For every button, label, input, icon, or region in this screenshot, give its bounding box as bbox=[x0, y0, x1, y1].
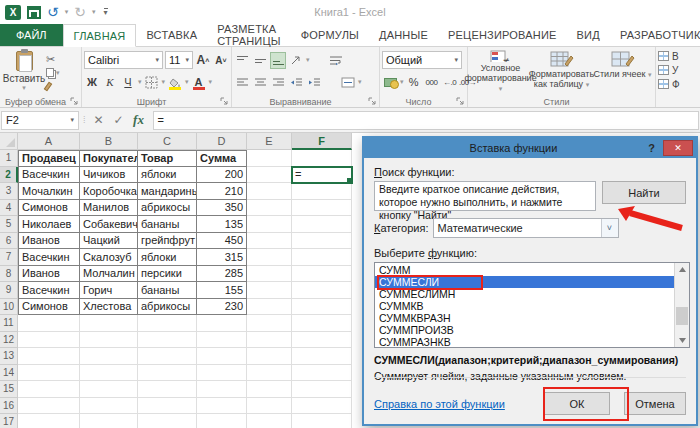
function-item-СУММПРОИЗВ[interactable]: СУММПРОИЗВ bbox=[375, 324, 689, 336]
cell-C13[interactable] bbox=[138, 348, 197, 365]
comma-style-button[interactable]: 000 bbox=[424, 74, 440, 91]
cell-C5[interactable]: бананы bbox=[138, 216, 197, 233]
function-item-СУММКВРАЗН[interactable]: СУММКВРАЗН bbox=[375, 312, 689, 324]
align-left-button[interactable] bbox=[234, 74, 250, 91]
cell-B9[interactable]: Горич bbox=[80, 282, 138, 299]
underline-button[interactable]: Ч bbox=[120, 74, 136, 91]
cell-B11[interactable] bbox=[80, 315, 138, 332]
cell-D10[interactable]: 230 bbox=[197, 299, 247, 316]
merge-dropdown-icon[interactable]: ▾ bbox=[358, 78, 362, 86]
cell-A14[interactable] bbox=[18, 365, 80, 382]
cell-A13[interactable] bbox=[18, 348, 80, 365]
cell-E8[interactable] bbox=[247, 266, 292, 283]
align-top-button[interactable] bbox=[234, 52, 250, 69]
redo-icon[interactable]: ↻ bbox=[74, 5, 86, 19]
tab-главная[interactable]: ГЛАВНАЯ bbox=[63, 24, 137, 47]
cell-A10[interactable]: Симонов bbox=[18, 299, 80, 316]
cell-D9[interactable]: 155 bbox=[197, 282, 247, 299]
function-help-link[interactable]: Справка по этой функции bbox=[374, 398, 505, 410]
cell-F15[interactable] bbox=[292, 381, 352, 398]
cell-C2[interactable]: яблоки bbox=[138, 167, 197, 184]
cell-F13[interactable] bbox=[292, 348, 352, 365]
row-header-6[interactable]: 6 bbox=[0, 233, 18, 250]
paste-button[interactable]: Вставить ▾ bbox=[2, 49, 46, 94]
decrease-indent-button[interactable] bbox=[288, 74, 304, 91]
insert-function-button[interactable]: fx bbox=[129, 112, 149, 128]
orientation-button[interactable] bbox=[288, 52, 304, 69]
row-header-7[interactable]: 7 bbox=[0, 249, 18, 266]
cell-C8[interactable]: персики bbox=[138, 266, 197, 283]
cell-D15[interactable] bbox=[197, 381, 247, 398]
cell-E16[interactable] bbox=[247, 398, 292, 415]
scrollbar-thumb[interactable] bbox=[676, 307, 688, 325]
cell-E14[interactable] bbox=[247, 365, 292, 382]
cell-E13[interactable] bbox=[247, 348, 292, 365]
cell-B12[interactable] bbox=[80, 332, 138, 349]
row-header-16[interactable]: 16 bbox=[0, 398, 18, 415]
row-header-12[interactable]: 12 bbox=[0, 332, 18, 349]
number-format-select[interactable]: Общий▾ bbox=[382, 51, 462, 69]
column-header-A[interactable]: A bbox=[18, 133, 80, 150]
clipboard-dialog-launcher-icon[interactable] bbox=[70, 97, 79, 106]
cell-D17[interactable] bbox=[197, 414, 247, 428]
cell-C6[interactable]: грейпфрут bbox=[138, 233, 197, 250]
cell-C15[interactable] bbox=[138, 381, 197, 398]
conditional-formatting-button[interactable]: ≠ Условное форматирование ▾ bbox=[470, 49, 530, 94]
cell-B10[interactable]: Хлестова bbox=[80, 299, 138, 316]
cell-E15[interactable] bbox=[247, 381, 292, 398]
cell-E17[interactable] bbox=[247, 414, 292, 428]
row-header-1[interactable]: 1 bbox=[0, 150, 18, 167]
align-bottom-button[interactable] bbox=[270, 52, 286, 69]
align-right-button[interactable] bbox=[270, 74, 286, 91]
cell-C16[interactable] bbox=[138, 398, 197, 415]
wrap-text-button[interactable] bbox=[328, 52, 344, 69]
accounting-format-button[interactable] bbox=[382, 74, 398, 91]
cell-B8[interactable]: Молчалин bbox=[80, 266, 138, 283]
cell-A8[interactable]: Иванов bbox=[18, 266, 80, 283]
cell-B17[interactable] bbox=[80, 414, 138, 428]
cell-A17[interactable] bbox=[18, 414, 80, 428]
accounting-dropdown-icon[interactable]: ▾ bbox=[400, 78, 404, 86]
cell-E12[interactable] bbox=[247, 332, 292, 349]
cancel-button[interactable]: Отмена bbox=[624, 392, 686, 415]
cell-A15[interactable] bbox=[18, 381, 80, 398]
row-header-14[interactable]: 14 bbox=[0, 365, 18, 382]
cancel-entry-button[interactable]: ✕ bbox=[89, 113, 109, 127]
cell-A12[interactable] bbox=[18, 332, 80, 349]
cell-C10[interactable]: абрикосы bbox=[138, 299, 197, 316]
cell-D11[interactable] bbox=[197, 315, 247, 332]
percent-style-button[interactable]: % bbox=[406, 74, 422, 91]
cell-E9[interactable] bbox=[247, 282, 292, 299]
cell-B15[interactable] bbox=[80, 381, 138, 398]
function-item-СУММЕСЛИМН[interactable]: СУММЕСЛИМН bbox=[375, 288, 689, 300]
cell-C1[interactable]: Товар bbox=[138, 150, 197, 167]
row-header-11[interactable]: 11 bbox=[0, 315, 18, 332]
cell-E4[interactable] bbox=[247, 200, 292, 217]
undo-dropdown-icon[interactable]: ▾ bbox=[65, 8, 69, 16]
font-color-dropdown-icon[interactable]: ▾ bbox=[209, 78, 213, 86]
cell-F12[interactable] bbox=[292, 332, 352, 349]
cell-B5[interactable]: Собакевич bbox=[80, 216, 138, 233]
borders-button[interactable] bbox=[144, 74, 160, 91]
cell-B6[interactable]: Чацкий bbox=[80, 233, 138, 250]
cell-C12[interactable] bbox=[138, 332, 197, 349]
format-painter-button[interactable] bbox=[46, 81, 60, 92]
cell-E5[interactable] bbox=[247, 216, 292, 233]
column-header-E[interactable]: E bbox=[247, 133, 292, 150]
qat-customize-icon[interactable]: ▾ bbox=[104, 8, 108, 17]
orientation-dropdown-icon[interactable]: ▾ bbox=[306, 56, 310, 64]
shrink-font-button[interactable]: A˅ bbox=[213, 52, 229, 69]
row-header-8[interactable]: 8 bbox=[0, 266, 18, 283]
cell-E2[interactable] bbox=[247, 167, 292, 184]
cells-delete-button[interactable]: У bbox=[658, 63, 698, 77]
cell-F1[interactable] bbox=[292, 150, 352, 167]
cell-B14[interactable] bbox=[80, 365, 138, 382]
row-header-4[interactable]: 4 bbox=[0, 200, 18, 217]
cell-E6[interactable] bbox=[247, 233, 292, 250]
cell-F6[interactable] bbox=[292, 233, 352, 250]
cell-A11[interactable] bbox=[18, 315, 80, 332]
function-search-input[interactable]: Введите краткое описание действия, котор… bbox=[374, 181, 596, 211]
ok-button[interactable]: ОК bbox=[544, 392, 610, 415]
tab-разработчик[interactable]: РАЗРАБОТЧИК bbox=[610, 24, 700, 46]
cell-C3[interactable]: мандарины bbox=[138, 183, 197, 200]
